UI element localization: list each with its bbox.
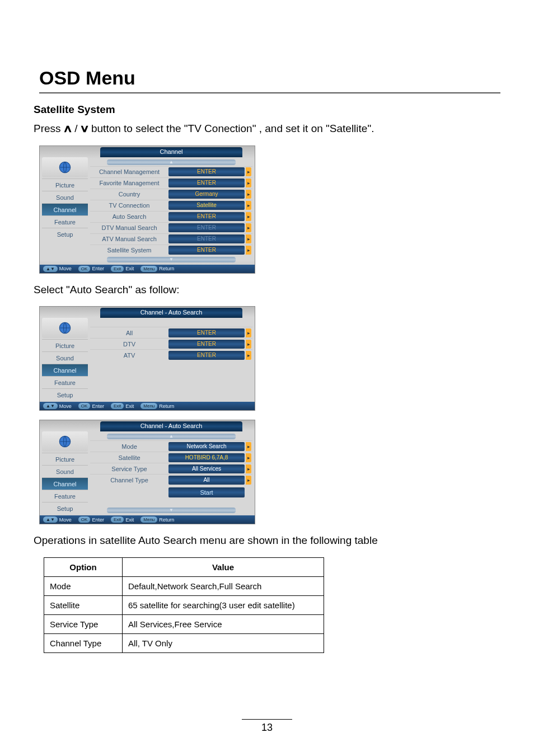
- arrow-icon: ▸: [246, 246, 251, 255]
- row-value: Network Search: [168, 442, 245, 451]
- menu-pill: Menu: [140, 266, 157, 272]
- table-row: Channel TypeAll, TV Only: [44, 633, 324, 652]
- ok-pill: OK: [78, 403, 91, 409]
- globe-icon: [42, 318, 88, 338]
- row-label: TV Connection: [90, 202, 168, 209]
- cell-option: Satellite: [44, 595, 123, 614]
- osd-sidebar: Picture Sound Channel Feature Setup: [40, 431, 90, 515]
- osd-screenshot-channel: Channel Picture Sound Channel Feature Se…: [39, 145, 255, 274]
- row-value: All: [168, 476, 245, 485]
- scroll-down: ▼: [107, 508, 236, 513]
- row-label: Satellite System: [90, 247, 168, 253]
- row-label: Service Type: [90, 466, 168, 472]
- sidebar-picture: Picture: [42, 339, 88, 351]
- row-label: Mode: [90, 443, 168, 450]
- arrow-icon: ▸: [246, 167, 251, 176]
- row-value: ENTER: [168, 234, 245, 243]
- move-pill: ▲▼: [43, 516, 58, 523]
- osd-footer: ▲▼Move OKEnter ExitExit MenuReturn: [40, 402, 255, 410]
- scroll-down: ▼: [107, 257, 236, 262]
- row-label: Favorite Management: [90, 180, 168, 186]
- move-label: Move: [59, 403, 72, 409]
- move-label: Move: [59, 266, 72, 271]
- row-label: ATV Manual Search: [90, 236, 168, 242]
- row-value: ENTER: [168, 246, 245, 255]
- sidebar-feature: Feature: [42, 376, 88, 388]
- page-footer: 13: [0, 719, 534, 734]
- row-value: ENTER: [168, 328, 245, 337]
- start-button: Start: [168, 487, 245, 497]
- instruction-1: Press ∧ / ∨ button to select the "TV Con…: [34, 121, 500, 137]
- sidebar-sound: Sound: [42, 351, 88, 364]
- ok-pill: OK: [78, 516, 91, 523]
- section-heading: Satellite System: [34, 104, 500, 116]
- cell-value: All, TV Only: [123, 633, 324, 652]
- arrow-icon: ▸: [246, 179, 251, 187]
- arrow-icon: ▸: [246, 223, 251, 232]
- options-table: Option Value ModeDefault,Network Search,…: [44, 557, 324, 653]
- enter-label: Enter: [92, 403, 104, 409]
- sidebar-picture: Picture: [42, 179, 88, 191]
- cell-value: Default,Network Search,Full Search: [123, 576, 324, 595]
- table-row: Satellite65 satellite for searching(3 us…: [44, 595, 324, 614]
- enter-label: Enter: [92, 517, 104, 523]
- cell-option: Service Type: [44, 614, 123, 633]
- sidebar-feature: Feature: [42, 490, 88, 502]
- row-label: DTV: [90, 341, 168, 348]
- row-label: DTV Manual Search: [90, 224, 168, 231]
- sidebar-setup: Setup: [42, 502, 88, 514]
- ok-pill: OK: [78, 266, 91, 272]
- osd-screenshot-autosearch1: Channel - Auto Search Picture Sound Chan…: [39, 306, 255, 411]
- return-label: Return: [159, 266, 174, 271]
- arrow-icon: ▸: [246, 201, 251, 210]
- row-value: ENTER: [168, 351, 245, 360]
- arrow-icon: ▸: [246, 476, 251, 485]
- sidebar-sound: Sound: [42, 465, 88, 477]
- table-row: ModeDefault,Network Search,Full Search: [44, 576, 324, 595]
- menu-pill: Menu: [140, 516, 157, 523]
- sidebar-channel: Channel: [42, 364, 88, 376]
- scroll-up: ▲: [107, 434, 236, 439]
- cell-option: Mode: [44, 576, 123, 595]
- osd3-title: Channel - Auto Search: [100, 421, 242, 431]
- move-pill: ▲▼: [43, 403, 58, 409]
- arrow-icon: ▸: [246, 442, 251, 451]
- row-value: Germany: [168, 190, 245, 199]
- exit-label: Exit: [125, 517, 134, 523]
- arrow-icon: ▸: [246, 212, 251, 221]
- sidebar-setup: Setup: [42, 388, 88, 401]
- row-value: ENTER: [168, 167, 245, 176]
- page-title: OSD Menu: [39, 67, 500, 93]
- down-arrow-glyph: ∨: [79, 121, 90, 137]
- row-value: ENTER: [168, 212, 245, 221]
- exit-pill: Exit: [111, 266, 124, 272]
- row-value: ENTER: [168, 223, 245, 232]
- arrow-icon: ▸: [246, 453, 251, 462]
- exit-pill: Exit: [111, 403, 124, 409]
- osd-footer: ▲▼Move OKEnter ExitExit MenuReturn: [40, 515, 255, 524]
- osd-sidebar: Picture Sound Channel Feature Setup: [40, 318, 90, 402]
- sidebar-picture: Picture: [42, 453, 88, 465]
- osd-sidebar: Picture Sound Channel Feature Setup: [40, 157, 90, 265]
- exit-pill: Exit: [111, 516, 124, 523]
- return-label: Return: [159, 403, 174, 409]
- scroll-up: ▲: [107, 159, 236, 165]
- arrow-icon: ▸: [246, 351, 251, 360]
- sidebar-channel: Channel: [42, 477, 88, 490]
- row-label: Satellite: [90, 454, 168, 461]
- row-label: Channel Type: [90, 477, 168, 483]
- return-label: Return: [159, 517, 174, 523]
- row-label: All: [90, 330, 168, 336]
- arrow-icon: ▸: [246, 328, 251, 337]
- table-header-option: Option: [44, 557, 123, 576]
- sidebar-sound: Sound: [42, 191, 88, 203]
- osd2-title: Channel - Auto Search: [100, 308, 242, 318]
- globe-icon: [42, 431, 88, 452]
- row-value: ENTER: [168, 340, 245, 349]
- sidebar-channel: Channel: [42, 203, 88, 215]
- sidebar-feature: Feature: [42, 215, 88, 228]
- sidebar-setup: Setup: [42, 228, 88, 240]
- row-label: Auto Search: [90, 213, 168, 220]
- instruction-3: Operations in satellite Auto Search menu…: [34, 533, 500, 548]
- cell-value: 65 satellite for searching(3 user edit s…: [123, 595, 324, 614]
